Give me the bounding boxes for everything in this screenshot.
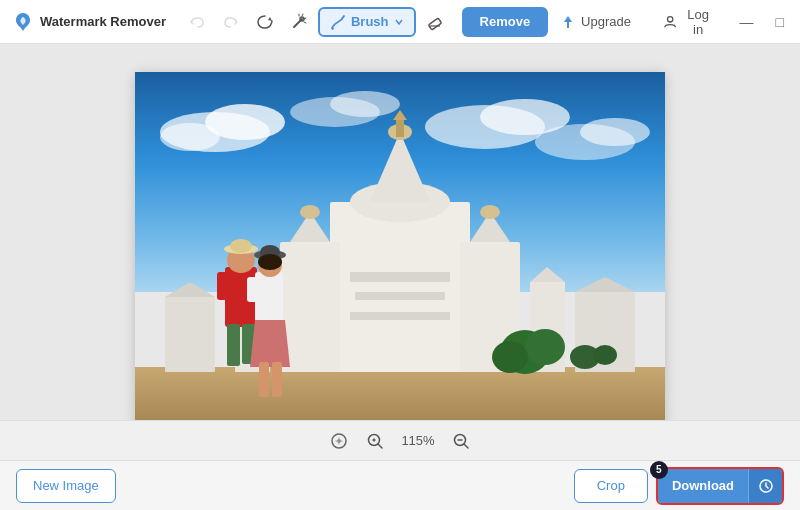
svg-rect-34 <box>350 272 450 282</box>
svg-point-8 <box>330 91 400 117</box>
svg-point-6 <box>160 123 220 151</box>
eraser-button[interactable] <box>420 7 450 37</box>
footer-right: Crop 5 Download <box>574 467 784 505</box>
zoom-bar: 115% <box>0 420 800 460</box>
undo-button[interactable] <box>182 7 212 37</box>
zoom-in-icon <box>366 432 384 450</box>
toolbar-right: Upgrade Log in — □ ✕ <box>548 7 800 37</box>
zoom-out-icon <box>452 432 470 450</box>
svg-point-38 <box>525 329 565 365</box>
svg-rect-32 <box>165 297 215 372</box>
zoom-in-button[interactable] <box>362 428 388 454</box>
svg-rect-35 <box>355 292 445 300</box>
redo-icon <box>223 14 239 30</box>
user-icon <box>663 14 677 30</box>
svg-point-60 <box>337 439 341 443</box>
redo-button[interactable] <box>216 7 246 37</box>
notification-badge: 5 <box>650 461 668 479</box>
lasso-button[interactable] <box>250 7 280 37</box>
zoom-out-button[interactable] <box>448 428 474 454</box>
svg-rect-36 <box>350 312 450 320</box>
title-bar: Watermark Remover <box>0 0 800 44</box>
photo-scene <box>135 72 665 432</box>
magic-wand-button[interactable] <box>284 7 314 37</box>
lasso-icon <box>256 13 274 31</box>
download-history-button[interactable] <box>748 469 782 503</box>
svg-point-39 <box>492 341 528 373</box>
image-container[interactable] <box>135 72 665 432</box>
svg-rect-14 <box>330 202 470 372</box>
brush-button[interactable]: Brush <box>318 7 416 37</box>
eraser-icon <box>426 13 444 31</box>
upgrade-icon <box>560 14 576 30</box>
new-image-button[interactable]: New Image <box>16 469 116 503</box>
app-title: Watermark Remover <box>40 14 166 29</box>
svg-point-57 <box>258 254 282 270</box>
svg-rect-43 <box>227 324 240 366</box>
app-logo: Watermark Remover <box>12 11 166 33</box>
brush-label: Brush <box>351 14 389 29</box>
reset-zoom-button[interactable] <box>326 428 352 454</box>
svg-rect-58 <box>247 277 257 302</box>
login-button[interactable]: Log in <box>651 7 726 37</box>
svg-point-41 <box>593 345 617 365</box>
brush-chevron-icon <box>394 17 404 27</box>
svg-rect-50 <box>255 272 283 322</box>
svg-rect-53 <box>272 362 282 397</box>
remove-button[interactable]: Remove <box>462 7 549 37</box>
svg-rect-52 <box>259 362 269 397</box>
brush-icon <box>330 14 346 30</box>
svg-rect-20 <box>280 242 340 372</box>
minimize-window-button[interactable]: — <box>734 8 759 36</box>
svg-rect-1 <box>428 18 441 30</box>
undo-icon <box>189 14 205 30</box>
maximize-window-button[interactable]: □ <box>767 8 792 36</box>
svg-marker-51 <box>250 320 290 367</box>
svg-point-22 <box>300 205 320 219</box>
download-group: 5 Download <box>656 467 784 505</box>
footer-bar: New Image Crop 5 Download <box>0 460 800 510</box>
zoom-level: 115% <box>398 433 438 448</box>
upgrade-button[interactable]: Upgrade <box>548 7 643 37</box>
canvas-area <box>0 44 800 460</box>
app-logo-icon <box>12 11 34 33</box>
minimize-icon: — <box>740 14 754 30</box>
svg-point-25 <box>480 205 500 219</box>
svg-point-47 <box>230 239 252 253</box>
svg-point-2 <box>667 16 672 21</box>
svg-rect-48 <box>217 272 227 300</box>
clock-icon <box>758 478 774 494</box>
download-button[interactable]: Download <box>658 469 748 503</box>
reset-zoom-icon <box>330 432 348 450</box>
maximize-icon: □ <box>776 14 784 30</box>
magic-wand-icon <box>290 13 308 31</box>
svg-point-12 <box>580 118 650 146</box>
toolbar-left: Brush Remove <box>182 7 548 37</box>
crop-button[interactable]: Crop <box>574 469 648 503</box>
